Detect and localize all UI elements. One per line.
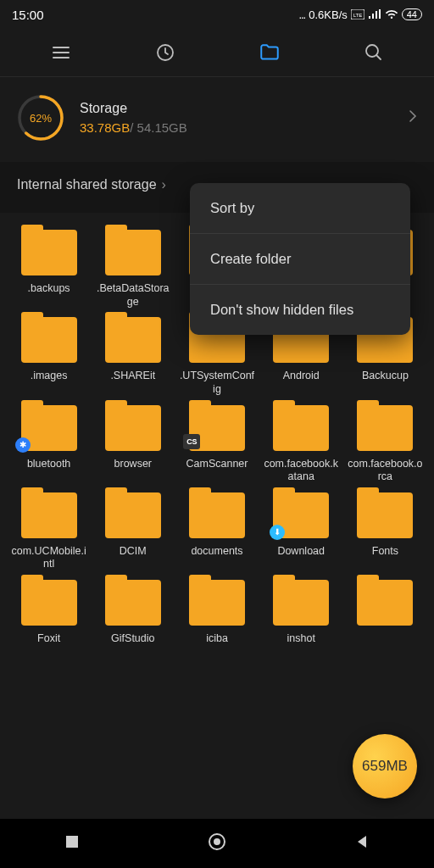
folder-item[interactable]: ⬇Download — [261, 492, 342, 571]
folder-item[interactable]: com.facebook.orca — [345, 405, 426, 484]
folder-icon — [357, 492, 413, 538]
folder-icon — [105, 317, 161, 363]
folder-item[interactable]: .images — [8, 317, 89, 396]
chevron-right-icon: › — [162, 177, 166, 192]
breadcrumb-path: Internal shared storage — [17, 177, 157, 192]
camscanner-badge-icon: CS — [183, 434, 200, 449]
folder-icon — [105, 405, 161, 451]
menu-button[interactable] — [42, 34, 80, 71]
folder-icon — [273, 405, 329, 451]
back-button[interactable] — [353, 833, 370, 854]
wifi-icon — [385, 8, 398, 20]
cleanup-fab[interactable]: 659MB — [353, 734, 417, 798]
svg-text:LTE: LTE — [353, 13, 362, 18]
folder-item[interactable]: GifStudio — [92, 580, 173, 646]
folder-item[interactable]: browser — [92, 405, 173, 484]
folder-item[interactable] — [345, 580, 426, 646]
fab-label: 659MB — [362, 758, 408, 775]
folder-item[interactable]: .backups — [8, 230, 89, 309]
menu-sort-by[interactable]: Sort by — [190, 183, 410, 234]
storage-text: Storage 33.78GB/ 54.15GB — [80, 101, 393, 136]
bluetooth-badge-icon: ✱ — [15, 437, 31, 453]
status-time: 15:00 — [12, 8, 44, 22]
svg-rect-6 — [66, 836, 78, 848]
status-bar: 15:00 ... 0.6KB/s LTE 44 — [0, 0, 434, 29]
folder-icon — [21, 580, 77, 626]
menu-toggle-hidden[interactable]: Don't show hidden files — [190, 285, 410, 335]
folder-item[interactable]: DCIM — [92, 492, 173, 571]
folder-item[interactable]: com.UCMobile.intl — [8, 492, 89, 571]
folder-icon — [21, 317, 77, 363]
folder-icon — [21, 230, 77, 275]
app-navbar — [0, 29, 434, 76]
folder-item[interactable]: Foxit — [8, 580, 89, 646]
folder-icon — [189, 492, 245, 538]
folder-item[interactable]: CSCamScanner — [176, 405, 257, 484]
storage-total: / 54.15GB — [130, 120, 187, 135]
menu-create-folder[interactable]: Create folder — [190, 234, 410, 285]
folder-item[interactable]: inshot — [261, 580, 342, 646]
volte-icon: LTE — [351, 8, 364, 20]
folder-tab-active[interactable] — [251, 34, 288, 71]
storage-title: Storage — [80, 101, 393, 116]
folder-icon — [105, 230, 161, 275]
recents-button[interactable] — [64, 833, 81, 854]
folder-item[interactable]: com.facebook.katana — [261, 405, 342, 484]
search-button[interactable] — [355, 34, 392, 71]
folder-icon — [357, 580, 413, 626]
folder-item[interactable]: .BetaDataStorage — [92, 230, 173, 309]
chevron-right-icon — [409, 109, 417, 126]
status-right: ... 0.6KB/s LTE 44 — [298, 8, 422, 21]
folder-icon — [357, 405, 413, 451]
home-button[interactable] — [207, 832, 227, 855]
folder-item[interactable]: ✱bluetooth — [8, 405, 89, 484]
storage-used: 33.78GB — [80, 120, 130, 135]
download-badge-icon: ⬇ — [270, 525, 285, 540]
folder-icon — [105, 580, 161, 626]
system-nav — [0, 819, 434, 868]
svg-point-8 — [214, 838, 220, 845]
storage-summary[interactable]: 62% Storage 33.78GB/ 54.15GB — [0, 77, 434, 162]
folder-item[interactable]: documents — [176, 492, 257, 571]
folder-item[interactable]: Fonts — [345, 492, 426, 571]
folder-item[interactable]: iciba — [176, 580, 257, 646]
folder-icon — [273, 580, 329, 626]
folder-icon — [105, 492, 161, 538]
recent-tab[interactable] — [147, 34, 184, 71]
signal-icon — [368, 8, 381, 20]
folder-icon — [189, 580, 245, 626]
storage-ring: 62% — [17, 94, 64, 142]
net-speed: 0.6KB/s — [309, 8, 348, 21]
folder-icon — [21, 492, 77, 538]
battery-icon: 44 — [402, 8, 422, 20]
context-menu: Sort by Create folder Don't show hidden … — [190, 183, 410, 335]
folder-item[interactable]: .SHAREit — [92, 317, 173, 396]
